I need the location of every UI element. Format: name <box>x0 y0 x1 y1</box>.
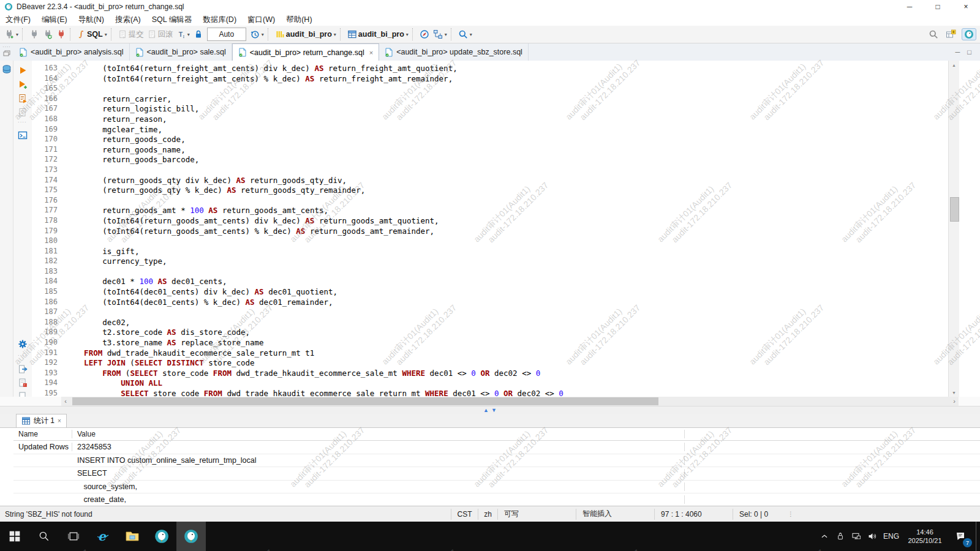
status-caret-position[interactable]: 97 : 1 : 4060 <box>654 509 733 520</box>
code-line[interactable]: (toInt64(dec01_cents) % k_dec) AS dec01_… <box>66 298 564 308</box>
scroll-left-icon[interactable]: ‹ <box>61 397 70 406</box>
connection-selector[interactable]: audit_bi_pro ▾ <box>273 28 338 41</box>
tab-close-icon[interactable]: × <box>369 49 373 56</box>
sash-down-icon[interactable]: ▼ <box>491 407 497 414</box>
code-line[interactable] <box>66 267 564 277</box>
code-line[interactable]: LEFT JOIN (SELECT DISTINCT store_code <box>66 358 564 369</box>
sash-up-icon[interactable]: ▲ <box>483 407 489 414</box>
start-button[interactable] <box>0 522 29 551</box>
code-line[interactable]: UNION ALL <box>66 378 564 389</box>
er-diagram-button[interactable]: ▾ <box>431 28 449 41</box>
tray-network-icon[interactable] <box>848 522 864 551</box>
code-line[interactable]: (toInt64(return_goods_amt_cents) div k_d… <box>66 216 564 227</box>
sql-editor-button[interactable]: ∫ SQL ▾ <box>75 28 109 41</box>
scroll-down-icon[interactable]: ▼ <box>949 388 959 397</box>
notification-center-button[interactable]: 7 <box>948 522 973 551</box>
scroll-up-icon[interactable]: ▲ <box>949 61 959 69</box>
quick-search-button[interactable] <box>927 28 940 41</box>
menu-navigate[interactable]: 导航(N) <box>73 15 110 25</box>
menu-sql-editor[interactable]: SQL 编辑器 <box>146 15 198 25</box>
stats-row[interactable]: create_date, <box>13 493 980 507</box>
code-line[interactable]: return_goods_barcode, <box>66 155 564 165</box>
tab-update-sbz-store-sql[interactable]: <audit_bi_pro> update_sbz_store.sql <box>379 43 529 61</box>
search-button[interactable]: ▾ <box>456 28 474 41</box>
code-line[interactable]: t3.store_name AS replace_store_name <box>66 338 564 348</box>
history-button[interactable]: ▾ <box>248 28 266 41</box>
tray-clock[interactable]: 14:46 2025/10/21 <box>902 528 948 545</box>
panel-sash[interactable]: ▲ ▼ <box>0 406 980 414</box>
code-line[interactable]: return_logistic_bill, <box>66 104 564 114</box>
code-line[interactable]: FROM (SELECT store_code FROM dwd_trade_h… <box>66 369 564 379</box>
execute-script-button[interactable] <box>18 94 28 103</box>
tray-usb-icon[interactable] <box>832 522 848 551</box>
code-line[interactable] <box>66 165 564 176</box>
transaction-log-button[interactable]: T ▾ <box>175 28 192 41</box>
code-line[interactable]: return_goods_amt * 100 AS return_goods_a… <box>66 206 564 216</box>
code-line[interactable]: (toInt64(return_freight_amt_cents) % k_d… <box>66 74 564 84</box>
tab-sale-sql[interactable]: <audit_bi_pro> sale.sql <box>130 43 232 61</box>
database-navigator-icon[interactable] <box>2 64 12 74</box>
reconnect-button[interactable] <box>41 28 55 41</box>
code-line[interactable] <box>66 307 564 318</box>
code-line[interactable]: return_goods_code, <box>66 135 564 145</box>
menu-edit[interactable]: 编辑(E) <box>36 15 73 25</box>
auto-commit-value[interactable]: Auto <box>207 28 246 41</box>
horizontal-scroll-thumb[interactable] <box>72 397 658 405</box>
rollback-button[interactable]: 回滚 <box>146 28 175 41</box>
code-line[interactable]: (toInt64(return_freight_amt_cents) div k… <box>66 64 564 74</box>
code-line[interactable]: return_carrier, <box>66 94 564 105</box>
new-connection-button[interactable]: ▾ <box>2 28 20 41</box>
code-line[interactable]: mgclear_time, <box>66 125 564 135</box>
stats-tab-close-icon[interactable]: × <box>58 418 61 424</box>
column-header-name[interactable]: Name <box>13 430 72 438</box>
code-line[interactable]: (return_goods_qty div k_dec) AS return_g… <box>66 176 564 186</box>
internet-explorer-button[interactable]: e <box>88 522 118 551</box>
open-shell-button[interactable] <box>18 130 28 140</box>
connect-button[interactable] <box>28 28 41 41</box>
stats-row[interactable]: Updated Rows23245853 <box>13 441 980 454</box>
schema-selector[interactable]: audit_bi_pro ▾ <box>345 28 410 41</box>
code-line[interactable] <box>66 84 564 94</box>
settings-button[interactable] <box>18 339 28 349</box>
maximize-editor-icon[interactable]: □ <box>967 48 971 56</box>
code-line[interactable]: FROM dwd_trade_hkaudit_ecommerce_sale_re… <box>66 348 564 359</box>
tray-language[interactable]: ENG <box>880 532 902 541</box>
close-button[interactable]: × <box>952 0 980 13</box>
vertical-scroll-thumb[interactable] <box>950 197 959 222</box>
file-explorer-button[interactable] <box>118 522 147 551</box>
tray-chevron-button[interactable] <box>816 522 832 551</box>
export-result-button[interactable] <box>18 364 28 374</box>
execute-statement-button[interactable] <box>18 66 28 75</box>
code-line[interactable]: dec02, <box>66 318 564 328</box>
menu-database[interactable]: 数据库(D) <box>197 15 242 25</box>
code-line[interactable] <box>66 196 564 206</box>
code-line[interactable]: SELECT store_code FROM dwd_trade_hkaudit… <box>66 389 564 397</box>
commit-button[interactable]: 提交 <box>116 28 146 41</box>
tray-volume-icon[interactable] <box>864 522 880 551</box>
open-perspective-button[interactable] <box>944 28 958 41</box>
menu-file[interactable]: 文件(F) <box>0 15 36 25</box>
dbeaver-taskbar-button[interactable] <box>147 522 176 551</box>
stats-row[interactable]: source_system, <box>13 481 980 494</box>
sql-editor[interactable]: 1631641651661671681691701711721731741751… <box>32 61 948 397</box>
code-line[interactable] <box>66 236 564 247</box>
scroll-right-icon[interactable]: › <box>950 397 959 406</box>
editor-horizontal-scrollbar[interactable]: ‹ › <box>61 397 959 406</box>
stats-row[interactable]: INSERT INTO custom_online_sale_return_tm… <box>13 454 980 468</box>
lock-button[interactable] <box>192 28 205 41</box>
dbeaver-perspective-button[interactable] <box>962 28 976 40</box>
menu-search[interactable]: 搜索(A) <box>110 15 146 25</box>
navigator-sync-button[interactable] <box>418 28 431 41</box>
code-line[interactable]: currency_type, <box>66 257 564 267</box>
code-line[interactable]: (return_goods_qty % k_dec) AS return_goo… <box>66 186 564 196</box>
menu-help[interactable]: 帮助(H) <box>281 15 317 25</box>
maximize-button[interactable]: □ <box>924 0 952 13</box>
column-header-value[interactable]: Value <box>72 430 685 438</box>
code-line[interactable]: return_reason, <box>66 114 564 125</box>
tab-statistics[interactable]: 统计 1 × <box>16 414 67 427</box>
code-line[interactable]: (toInt64(dec01_cents) div k_dec) AS dec0… <box>66 287 564 298</box>
code-line[interactable]: return_goods_name, <box>66 145 564 156</box>
minimize-button[interactable]: ─ <box>895 0 924 13</box>
stats-row[interactable]: SELECT <box>13 467 980 481</box>
taskbar-search-button[interactable] <box>29 522 59 551</box>
